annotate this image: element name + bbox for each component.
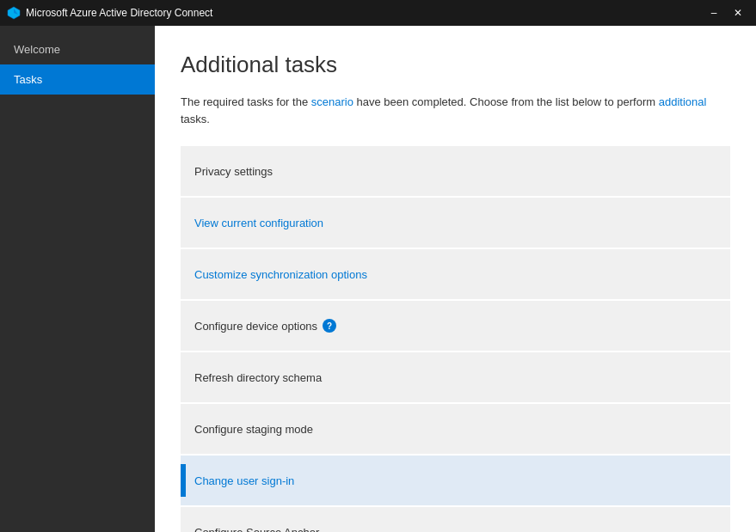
close-button[interactable]: ✕	[727, 4, 749, 21]
task-label-refresh-schema: Refresh directory schema	[194, 371, 322, 384]
task-label-privacy: Privacy settings	[194, 165, 273, 178]
title-bar-controls: – ✕	[703, 4, 749, 21]
main-window: Welcome Tasks Additional tasks The requi…	[0, 26, 756, 532]
task-indicator-source-anchor	[181, 516, 186, 532]
main-content: Additional tasks The required tasks for …	[155, 26, 756, 532]
task-indicator-change-signin	[181, 464, 186, 497]
sidebar-item-label-welcome: Welcome	[14, 43, 60, 56]
task-label-view-config: View current configuration	[194, 217, 323, 229]
title-bar-text: Microsoft Azure Active Directory Connect	[26, 7, 703, 19]
sidebar-item-welcome[interactable]: Welcome	[0, 34, 155, 64]
task-item-customize-sync[interactable]: Customize synchronization options	[181, 249, 730, 299]
description-text: The required tasks for the scenario have…	[181, 95, 706, 125]
task-label-change-signin: Change user sign-in	[194, 474, 294, 487]
minimize-button[interactable]: –	[703, 4, 725, 21]
task-label-customize-sync: Customize synchronization options	[194, 268, 367, 281]
sidebar: Welcome Tasks	[0, 26, 155, 532]
task-label-staging-mode: Configure staging mode	[194, 423, 313, 436]
task-indicator-customize-sync	[181, 258, 186, 290]
sidebar-item-tasks[interactable]: Tasks	[0, 64, 155, 95]
task-item-configure-device[interactable]: Configure device options ?	[181, 301, 730, 351]
description: The required tasks for the scenario have…	[181, 94, 730, 127]
sidebar-item-label-tasks: Tasks	[14, 73, 42, 86]
task-indicator-view-config	[181, 206, 186, 239]
task-item-source-anchor[interactable]: Configure Source Anchor	[181, 507, 730, 532]
task-item-change-signin[interactable]: Change user sign-in	[181, 456, 730, 505]
task-item-view-config[interactable]: View current configuration	[181, 198, 730, 248]
title-bar: Microsoft Azure Active Directory Connect…	[0, 0, 756, 26]
configure-device-help-icon[interactable]: ?	[323, 319, 336, 333]
task-label-configure-device: Configure device options	[194, 320, 317, 333]
task-indicator-configure-device	[181, 309, 186, 342]
azure-ad-icon	[7, 6, 21, 20]
task-item-refresh-schema[interactable]: Refresh directory schema	[181, 352, 730, 402]
task-item-privacy-settings[interactable]: Privacy settings	[181, 146, 730, 196]
task-label-source-anchor: Configure Source Anchor	[194, 526, 319, 533]
task-item-staging-mode[interactable]: Configure staging mode	[181, 404, 730, 454]
task-list: Privacy settings View current configurat…	[181, 146, 730, 532]
task-indicator-refresh-schema	[181, 361, 186, 394]
page-title: Additional tasks	[181, 52, 730, 78]
task-indicator-privacy	[181, 155, 186, 187]
content-area: Welcome Tasks Additional tasks The requi…	[0, 26, 756, 532]
task-indicator-staging-mode	[181, 413, 186, 445]
